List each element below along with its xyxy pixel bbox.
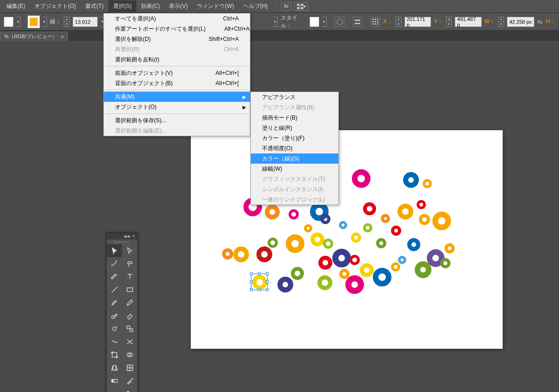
tool-blend[interactable]: [107, 387, 122, 392]
tools-grip[interactable]: [107, 239, 137, 244]
link-wh-icon[interactable]: ⇆: [537, 18, 543, 26]
ring-shape[interactable]: [432, 212, 451, 230]
tool-rotate[interactable]: [107, 322, 122, 335]
menu-item[interactable]: 共通(M)▶: [104, 92, 250, 102]
tool-scale[interactable]: [122, 322, 137, 335]
collapse-icon[interactable]: ◀◀: [123, 234, 130, 239]
stroke-dropdown[interactable]: ▾: [42, 17, 47, 27]
selected-object-bbox[interactable]: [251, 273, 268, 290]
selected-ring-shape[interactable]: [252, 275, 267, 290]
ring-shape[interactable]: [350, 255, 360, 265]
ring-shape[interactable]: [317, 275, 332, 290]
menu-item[interactable]: 背面のオブジェクト(B)Alt+Ctrl+[: [104, 78, 250, 88]
menu-item[interactable]: 描画モード(B): [251, 113, 338, 123]
tool-selection[interactable]: [107, 244, 122, 257]
menu-item[interactable]: 前面のオブジェクト(V)Alt+Ctrl+]: [104, 68, 250, 78]
x-spinner[interactable]: ▲▼: [395, 17, 401, 27]
tool-lasso[interactable]: [122, 257, 137, 270]
ring-shape[interactable]: [360, 263, 374, 277]
menu-item[interactable]: 不透明度(O): [251, 143, 338, 153]
menu-type[interactable]: 書式(T): [81, 0, 108, 12]
tool-direct-selection[interactable]: [122, 244, 137, 257]
ring-shape[interactable]: [233, 246, 249, 262]
ring-shape[interactable]: [277, 277, 293, 292]
close-icon[interactable]: ✕: [132, 234, 135, 239]
ring-shape[interactable]: [403, 172, 419, 188]
menu-effect[interactable]: 効果(C): [136, 0, 165, 12]
fill-swatch[interactable]: [4, 17, 13, 27]
selection-handle[interactable]: [258, 288, 261, 291]
ring-shape[interactable]: [419, 214, 430, 225]
selection-handle[interactable]: [250, 272, 253, 275]
stroke-value-input[interactable]: 13.912: [73, 17, 97, 27]
w-spinner[interactable]: ▲▼: [498, 17, 504, 27]
unknown-dropdown[interactable]: ▾: [273, 17, 278, 27]
document-tab-close[interactable]: ×: [61, 34, 64, 40]
menu-item[interactable]: 作業アートボードのすべてを選択(L)Alt+Ctrl+A: [104, 24, 250, 34]
ring-shape[interactable]: [423, 179, 432, 188]
ring-shape[interactable]: [318, 256, 332, 270]
ring-shape[interactable]: [286, 234, 304, 253]
ring-shape[interactable]: [407, 238, 420, 251]
menu-item[interactable]: すべてを選択(A)Ctrl+A: [104, 13, 250, 24]
tool-eyedropper[interactable]: [122, 374, 137, 387]
ring-shape[interactable]: [391, 262, 400, 272]
style-swatch[interactable]: [310, 17, 319, 27]
w-input[interactable]: 42.258 px: [507, 17, 534, 27]
menu-item[interactable]: 選択範囲を反転(I): [104, 54, 250, 65]
transform-icon[interactable]: [370, 17, 380, 27]
ring-shape[interactable]: [391, 226, 401, 236]
menu-item[interactable]: オブジェクト(O)▶: [104, 102, 250, 112]
tool-symbol-sprayer[interactable]: [122, 387, 137, 392]
tools-panel-header[interactable]: ◀◀ ✕: [107, 233, 137, 239]
ring-shape[interactable]: [265, 205, 280, 219]
tool-rectangle[interactable]: [122, 283, 137, 296]
tool-shape-builder[interactable]: [122, 348, 137, 361]
menu-item[interactable]: 塗りと線(R): [251, 123, 338, 133]
tool-eraser[interactable]: [122, 309, 137, 322]
ring-shape[interactable]: [310, 233, 324, 246]
menu-item[interactable]: 選択を解除(D)Shift+Ctrl+A: [104, 34, 250, 44]
tool-perspective[interactable]: [107, 361, 122, 374]
ring-shape[interactable]: [291, 267, 304, 280]
tool-pen[interactable]: [107, 270, 122, 283]
stroke-spinner[interactable]: ▲▼: [64, 17, 70, 27]
ring-shape[interactable]: [222, 248, 233, 259]
ring-shape[interactable]: [373, 268, 391, 286]
tool-line[interactable]: [107, 283, 122, 296]
tool-free-transform[interactable]: [107, 348, 122, 361]
tool-blob-brush[interactable]: [107, 309, 122, 322]
document-tab[interactable]: %（RGB/プレビュー） ×: [0, 32, 68, 41]
selection-handle[interactable]: [258, 272, 261, 275]
selection-handle[interactable]: [266, 288, 269, 291]
tool-type[interactable]: [122, 270, 137, 283]
selection-handle[interactable]: [250, 280, 253, 283]
tool-gradient[interactable]: [107, 374, 122, 387]
ring-shape[interactable]: [339, 221, 347, 229]
ring-shape[interactable]: [268, 238, 278, 248]
menu-help[interactable]: ヘルプ(H): [239, 0, 273, 12]
bridge-button[interactable]: Br: [281, 2, 291, 11]
fill-dropdown[interactable]: ▾: [16, 17, 21, 27]
menu-edit[interactable]: 編集(E): [2, 0, 30, 12]
ring-shape[interactable]: [397, 204, 413, 219]
ring-shape[interactable]: [345, 275, 364, 294]
ring-shape[interactable]: [445, 243, 455, 253]
opacity-icon[interactable]: [335, 17, 344, 27]
y-spinner[interactable]: ▲▼: [446, 17, 452, 27]
x-input[interactable]: 201.171 p: [404, 17, 431, 27]
ring-shape[interactable]: [376, 238, 386, 248]
ring-shape[interactable]: [363, 223, 372, 233]
menu-object[interactable]: オブジェクト(O): [30, 0, 81, 12]
ring-shape[interactable]: [332, 249, 351, 267]
ring-shape[interactable]: [398, 256, 406, 264]
ring-shape[interactable]: [363, 202, 376, 215]
stroke-swatch[interactable]: [28, 16, 40, 28]
ring-shape[interactable]: [351, 233, 361, 243]
style-dropdown[interactable]: ▾: [322, 17, 327, 27]
ring-shape[interactable]: [256, 246, 272, 262]
align-icon[interactable]: [353, 17, 363, 27]
selection-handle[interactable]: [266, 272, 269, 275]
selection-handle[interactable]: [250, 288, 253, 291]
arrange-docs-button[interactable]: ▾: [294, 2, 308, 11]
